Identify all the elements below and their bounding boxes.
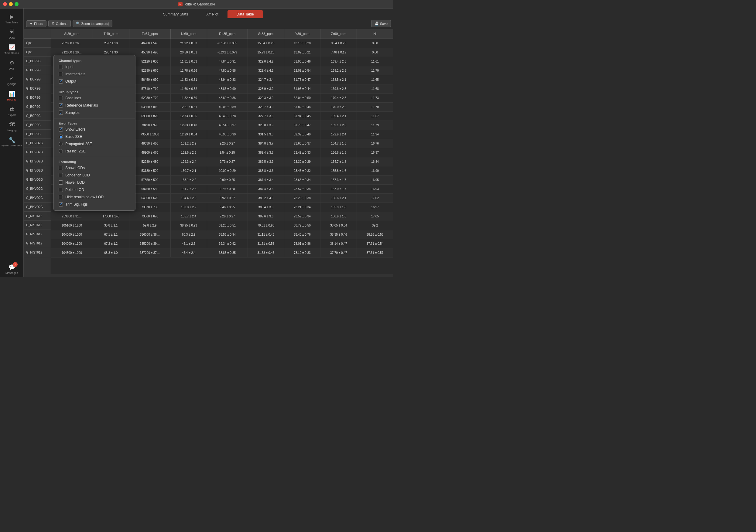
row-label-cell: G_BCR2G bbox=[24, 130, 51, 139]
sidebar-item-results[interactable]: 📊 Results bbox=[0, 88, 23, 104]
imaging-icon: 🗺 bbox=[9, 121, 14, 128]
sidebar-bottom: 💬 2 Messages bbox=[0, 261, 23, 277]
table-cell: 157.3 ± 1.7 bbox=[320, 175, 357, 184]
table-cell: 169.1 ± 2.3 bbox=[320, 120, 357, 130]
samples-checkbox[interactable]: ✓ bbox=[59, 111, 63, 115]
trimsig-checkbox[interactable]: ✓ bbox=[59, 202, 63, 206]
pettke-checkbox[interactable] bbox=[59, 188, 63, 192]
sidebar-item-data[interactable]: 🗄 Data bbox=[0, 26, 23, 41]
trimsig-checkmark: ✓ bbox=[60, 202, 62, 206]
column-header[interactable]: Ni60_ppm bbox=[170, 29, 207, 39]
row-label-cell: G_BCR2G bbox=[24, 75, 51, 84]
sidebar-item-imaging[interactable]: 🗺 Imaging bbox=[0, 119, 23, 134]
table-cell: 11.94 bbox=[357, 130, 393, 139]
rminc2se-radio[interactable] bbox=[59, 149, 63, 153]
column-header[interactable]: Fe57_ppm bbox=[129, 29, 170, 39]
column-header[interactable]: Si29_ppm bbox=[51, 29, 93, 39]
dropdown-item-output[interactable]: ✓ Output bbox=[54, 78, 135, 85]
dropdown-item-longerich[interactable]: Longerich LOD bbox=[54, 172, 135, 179]
table-cell: 47.84 ± 0.91 bbox=[207, 57, 248, 66]
column-header[interactable]: Sr88_ppm bbox=[248, 29, 284, 39]
input-checkbox[interactable] bbox=[59, 65, 63, 69]
qaqc-icon: ✓ bbox=[10, 75, 14, 82]
row-labels-container: CpxCpxG_BCR2GG_BCR2GG_BCR2GG_BCR2GG_BCR2… bbox=[24, 39, 51, 257]
tab-summary[interactable]: Summary Stats bbox=[154, 10, 197, 18]
dropdown-item-input[interactable]: Input bbox=[54, 63, 135, 70]
dropdown-item-pettke[interactable]: Pettke LOD bbox=[54, 186, 135, 194]
minimize-button[interactable] bbox=[9, 2, 13, 6]
column-header[interactable]: Y89_ppm bbox=[284, 29, 320, 39]
sidebar-item-timeseries[interactable]: 📈 Time Series bbox=[0, 41, 23, 57]
dropdown-item-howell[interactable]: Howell LOD bbox=[54, 179, 135, 186]
table-cell: 9.92 ± 0.27 bbox=[207, 194, 248, 202]
table-cell: 16.90 bbox=[357, 166, 393, 175]
basic2se-label: Basic 2SE bbox=[65, 135, 82, 139]
sidebar-item-drs[interactable]: ⚙ DRS bbox=[0, 57, 23, 72]
dropdown-item-propagated2se[interactable]: Propagated 2SE bbox=[54, 140, 135, 147]
dropdown-item-hidebelow[interactable]: Hide results below LOD bbox=[54, 194, 135, 201]
column-header[interactable]: Ti49_ppm bbox=[93, 29, 129, 39]
toolbar: ▼ Filters ⚙ Options 🔍 Zoom to sample(s) … bbox=[24, 18, 393, 29]
sidebar-label-export: Export bbox=[8, 114, 15, 117]
showlods-checkbox[interactable] bbox=[59, 166, 63, 170]
sidebar-item-templates[interactable]: ▶ Templates bbox=[0, 11, 23, 26]
close-button[interactable] bbox=[3, 2, 7, 6]
dropdown-item-samples[interactable]: ✓ Samples bbox=[54, 109, 135, 116]
howell-checkbox[interactable] bbox=[59, 180, 63, 185]
filters-button[interactable]: ▼ Filters bbox=[26, 20, 46, 27]
data-icon: 🗄 bbox=[9, 29, 14, 35]
table-cell: 48.94 ± 0.83 bbox=[207, 75, 248, 84]
dropdown-item-intermediate[interactable]: Intermediate bbox=[54, 70, 135, 78]
table-cell: 11.78 ± 0.56 bbox=[170, 66, 207, 75]
column-header[interactable]: Ni bbox=[357, 29, 393, 39]
basic2se-radio[interactable] bbox=[59, 135, 63, 139]
tab-datatable[interactable]: Data Table bbox=[228, 10, 263, 18]
export-icon: ⇄ bbox=[10, 106, 14, 113]
propagated2se-radio[interactable] bbox=[59, 142, 63, 146]
showerrors-checkbox[interactable]: ✓ bbox=[59, 127, 63, 131]
sidebar-item-qaqc[interactable]: ✓ QA/QC bbox=[0, 72, 23, 88]
table-cell: 328.0 ± 3.9 bbox=[248, 120, 284, 130]
dropdown-item-basic2se[interactable]: Basic 2SE bbox=[54, 133, 135, 140]
save-button[interactable]: 💾 Save bbox=[371, 20, 391, 27]
intermediate-checkbox[interactable] bbox=[59, 72, 63, 76]
output-checkbox[interactable]: ✓ bbox=[59, 79, 63, 84]
table-cell: 60.3 ± 2.9 bbox=[170, 230, 207, 239]
dropdown-item-baselines[interactable]: Baselines bbox=[54, 94, 135, 102]
hidebelow-label: Hide results below LOD bbox=[65, 195, 104, 199]
table-cell: 23.21 ± 0.34 bbox=[284, 202, 320, 212]
gear-icon: ⚙ bbox=[52, 21, 55, 25]
row-label-cell: G_NIST612 bbox=[24, 239, 51, 248]
column-header[interactable]: Zr90_ppm bbox=[320, 29, 357, 39]
hidebelow-checkbox[interactable] bbox=[59, 195, 63, 199]
table-cell: 130.7 ± 2.1 bbox=[170, 166, 207, 175]
sidebar-item-export[interactable]: ⇄ Export bbox=[0, 104, 23, 119]
table-cell: 31.75 ± 0.47 bbox=[284, 75, 320, 84]
table-cell: 39.2 bbox=[357, 221, 393, 230]
dropdown-item-showerrors[interactable]: ✓ Show Errors bbox=[54, 126, 135, 133]
table-row: 259800 ± 31…17300 ± 14073360 ± 670135.7 … bbox=[51, 212, 393, 221]
dropdown-item-rminc2se[interactable]: RM inc. 2SE bbox=[54, 147, 135, 155]
table-cell: 133.1 ± 2.2 bbox=[170, 175, 207, 184]
zoom-button[interactable]: 🔍 Zoom to sample(s) bbox=[72, 20, 113, 27]
longerich-checkbox[interactable] bbox=[59, 173, 63, 177]
tab-xy[interactable]: XY Plot bbox=[197, 10, 228, 18]
options-button[interactable]: ⚙ Options bbox=[48, 20, 71, 27]
row-label-cell: G_BHVO2G bbox=[24, 175, 51, 184]
intermediate-label: Intermediate bbox=[65, 72, 86, 76]
messages-badge: 2 bbox=[13, 262, 18, 267]
sidebar-item-python[interactable]: 🔧 Python Workspace bbox=[0, 134, 23, 149]
dropdown-item-trimsig[interactable]: ✓ Trim Sig. Figs bbox=[54, 201, 135, 208]
dropdown-item-showlods[interactable]: Show LODs bbox=[54, 164, 135, 172]
row-labels: CpxCpxG_BCR2GG_BCR2GG_BCR2GG_BCR2GG_BCR2… bbox=[24, 29, 51, 274]
scrollbar-x[interactable] bbox=[24, 274, 393, 277]
row-label-cell: G_NIST612 bbox=[24, 212, 51, 221]
column-header[interactable]: Rb85_ppm bbox=[207, 29, 248, 39]
sidebar-item-messages[interactable]: 💬 2 Messages bbox=[0, 261, 23, 277]
dropdown-item-refmaterials[interactable]: ✓ Reference Materials bbox=[54, 102, 135, 109]
refmaterials-checkbox[interactable]: ✓ bbox=[59, 103, 63, 108]
baselines-checkbox[interactable] bbox=[59, 96, 63, 100]
table-cell: 132.6 ± 2.5 bbox=[170, 148, 207, 157]
samples-checkmark: ✓ bbox=[60, 111, 62, 115]
maximize-button[interactable] bbox=[14, 2, 18, 6]
